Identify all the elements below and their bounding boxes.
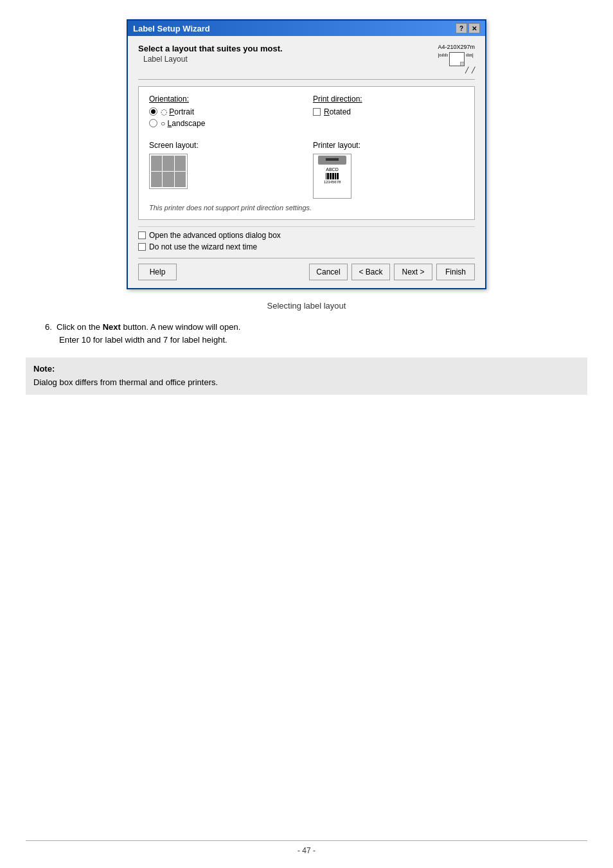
dialog-body: Select a layout that suites you most. La… — [128, 36, 485, 288]
two-column-layout: Orientation: ◌ Portrait ○ Landscape — [149, 95, 464, 133]
dialog-title-section: Select a layout that suites you most. La… — [138, 44, 283, 64]
page-footer: - 47 - — [26, 840, 587, 855]
ruler-right: ılı8| — [466, 52, 474, 59]
barcode-preview — [319, 173, 345, 179]
printer-layout-section: Printer layout: ABCD — [313, 141, 464, 199]
cancel-button[interactable]: Cancel — [309, 264, 348, 280]
step-number: 6. — [45, 322, 52, 332]
printer-top-part — [318, 156, 346, 165]
dialog-titlebar: Label Setup Wizard ? ✕ — [128, 21, 485, 36]
no-wizard-label: Do not use the wizard next time — [149, 242, 257, 251]
advanced-options-checkbox-item[interactable]: Open the advanced options dialog box — [138, 231, 475, 240]
print-direction-section: Print direction: Rotated — [313, 95, 464, 133]
paper-preview: A4-210X297m |6ılılı ılı8| ╱ ╱ — [438, 44, 475, 74]
printer-paper-output: ABCD — [319, 167, 345, 185]
orientation-section: Orientation: ◌ Portrait ○ Landscape — [149, 95, 300, 133]
info-message: This printer does not support print dire… — [149, 204, 464, 212]
portrait-label: ◌ Portrait — [161, 107, 194, 116]
screen-layout-preview — [149, 154, 188, 189]
landscape-label: ○ Landscape — [161, 119, 205, 128]
back-button[interactable]: < Back — [351, 264, 390, 280]
printer-layout-preview: ABCD — [313, 154, 351, 199]
step-line2: Enter 10 for label width and 7 for label… — [45, 334, 587, 347]
ruler-left: |6ılılı — [438, 52, 448, 59]
screen-layout-section: Screen layout: — [149, 141, 300, 199]
screen-layout-label: Screen layout: — [149, 141, 300, 150]
print-direction-label: Print direction: — [313, 95, 464, 104]
close-titlebar-button[interactable]: ✕ — [468, 23, 480, 33]
printer-layout-label: Printer layout: — [313, 141, 464, 150]
portrait-radio-item[interactable]: ◌ Portrait — [149, 107, 300, 116]
landscape-radio[interactable] — [149, 119, 157, 127]
dialog-content-area: Orientation: ◌ Portrait ○ Landscape — [138, 86, 475, 220]
step-6-text: 6. Click on the Next button. A new windo… — [45, 321, 587, 334]
advanced-options-label: Open the advanced options dialog box — [149, 231, 281, 240]
finish-button[interactable]: Finish — [436, 264, 475, 280]
dialog-checkboxes: Open the advanced options dialog box Do … — [138, 226, 475, 258]
landscape-radio-item[interactable]: ○ Landscape — [149, 119, 300, 128]
page-number: - 47 - — [298, 846, 315, 855]
paper-icon — [449, 52, 465, 66]
screen-cell-3 — [175, 156, 186, 171]
no-wizard-checkbox[interactable] — [138, 243, 146, 251]
orientation-radio-group: ◌ Portrait ○ Landscape — [149, 107, 300, 128]
orientation-label: Orientation: — [149, 95, 300, 104]
barcode-line-11 — [338, 173, 339, 179]
note-label: Note: — [33, 364, 55, 374]
screen-cell-6 — [175, 172, 186, 187]
step-bold-word: Next — [103, 322, 121, 332]
note-text: Dialog box differs from thermal and offi… — [33, 377, 218, 387]
dialog-header-subtitle: Label Layout — [138, 55, 283, 64]
screen-cell-1 — [151, 156, 162, 171]
printer-label-text: ABCD — [319, 167, 345, 172]
note-box: Note: Dialog box differs from thermal an… — [26, 357, 587, 395]
dialog-title: Label Setup Wizard — [133, 24, 210, 33]
help-titlebar-button[interactable]: ? — [456, 23, 467, 33]
no-wizard-checkbox-item[interactable]: Do not use the wizard next time — [138, 242, 475, 251]
label-setup-wizard-dialog: Label Setup Wizard ? ✕ Select a layout t… — [127, 19, 486, 289]
layout-preview-row: Screen layout: — [149, 141, 464, 199]
titlebar-buttons: ? ✕ — [456, 23, 480, 33]
screen-cell-5 — [163, 172, 173, 187]
dialog-header-row: Select a layout that suites you most. La… — [138, 44, 475, 80]
rotated-checkbox-item[interactable]: Rotated — [313, 107, 464, 116]
help-button[interactable]: Help — [138, 264, 177, 280]
screen-cell-4 — [151, 172, 162, 187]
portrait-radio[interactable] — [149, 107, 157, 116]
barcode-number: 12345678 — [319, 180, 345, 185]
dialog-button-row: Help Cancel < Back Next > Finish — [138, 258, 475, 280]
step-6-section: 6. Click on the Next button. A new windo… — [45, 321, 587, 348]
rotated-label: Rotated — [324, 107, 351, 116]
step-intro: Click on the — [57, 322, 103, 332]
screen-cell-2 — [163, 156, 173, 171]
dialog-header-title: Select a layout that suites you most. — [138, 44, 283, 53]
advanced-options-checkbox[interactable] — [138, 231, 146, 239]
doc-caption: Selecting label layout — [26, 301, 587, 311]
paper-diagonal: ╱ ╱ — [438, 67, 475, 74]
rotated-checkbox[interactable] — [313, 108, 321, 116]
paper-size-label: A4-210X297m — [438, 44, 475, 51]
step-text2: button. A new window will open. — [121, 322, 240, 332]
next-button[interactable]: Next > — [394, 264, 432, 280]
